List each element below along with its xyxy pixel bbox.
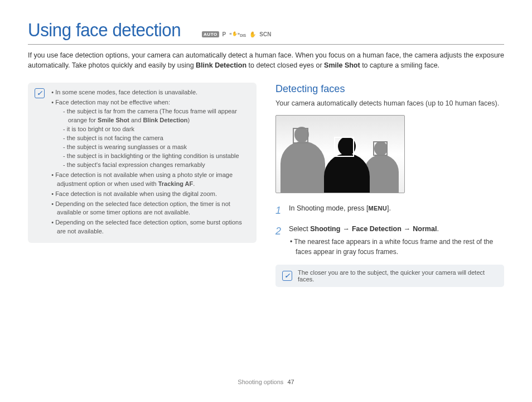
divider — [28, 44, 504, 45]
step-2: 2 Select Shooting→Face Detection→Normal.… — [275, 224, 504, 257]
list-item: Face detection is not available when usi… — [56, 171, 249, 189]
focus-frame-gray-icon — [293, 128, 308, 143]
step-sub: The nearest face appears in a white focu… — [296, 237, 504, 257]
note-icon: ✓ — [282, 271, 292, 281]
face-detection-illustration — [275, 115, 405, 193]
list-item: it is too bright or too dark — [68, 125, 249, 134]
list-item: the subject's facial expression changes … — [68, 161, 249, 170]
focus-frame-gray-icon — [373, 141, 388, 156]
tip-text: The closer you are to the subject, the q… — [298, 269, 497, 283]
list-item: the subject is in backlighting or the li… — [68, 152, 249, 161]
arrow-icon: → — [402, 225, 413, 233]
list-item: the subject is wearing sunglasses or a m… — [68, 143, 249, 152]
menu-button-label: MENU — [368, 205, 387, 212]
mode-auto-icon: AUTO — [202, 31, 219, 37]
page-number: 47 — [287, 379, 294, 385]
section-heading: Detecting faces — [275, 83, 493, 95]
list-item: In some scene modes, face detection is u… — [56, 88, 249, 97]
mode-icons: AUTO P «✋»DIS ✋ SCN — [202, 31, 271, 37]
list-item: Depending on the selected face detection… — [56, 200, 249, 218]
intro-paragraph: If you use face detection options, your … — [28, 50, 504, 70]
step-number: 2 — [275, 224, 283, 257]
list-item: the subject is far from the camera (The … — [68, 107, 249, 125]
footer-section: Shooting options — [238, 379, 283, 385]
mode-timer-icon: ✋ — [249, 31, 256, 37]
tip-box: ✓ The closer you are to the subject, the… — [275, 265, 504, 287]
list-item: Depending on the selected face detection… — [56, 218, 249, 236]
note-box: ✓ In some scene modes, face detection is… — [28, 83, 257, 243]
arrow-icon: → — [340, 225, 352, 233]
mode-p-icon: P — [223, 31, 226, 37]
step-1: 1 In Shooting mode, press [MENU]. — [275, 203, 504, 218]
mode-dis-icon: «✋»DIS — [229, 31, 246, 37]
note-list: In some scene modes, face detection is u… — [50, 88, 249, 237]
section-lead: Your camera automatically detects human … — [275, 98, 504, 108]
mode-scn-icon: SCN — [259, 31, 271, 37]
list-item: Face detection may not be effective when… — [56, 98, 249, 170]
list-item: Face detection is not available when usi… — [56, 190, 249, 199]
note-icon: ✓ — [35, 88, 45, 98]
focus-frame-white-icon — [334, 137, 354, 157]
page-footer: Shooting options 47 — [0, 379, 532, 385]
list-item: the subject is not facing the camera — [68, 134, 249, 143]
page-title: Using face detection — [28, 19, 181, 41]
step-number: 1 — [275, 203, 283, 218]
